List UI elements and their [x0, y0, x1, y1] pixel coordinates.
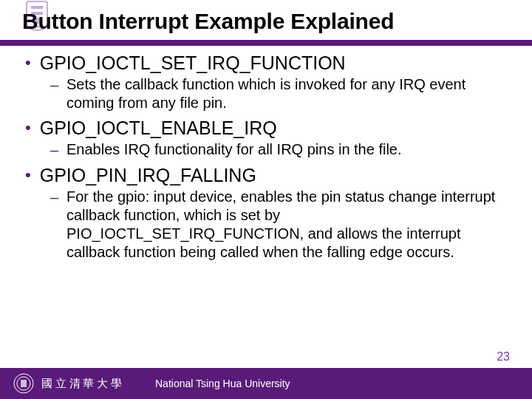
page-number: 23 [497, 350, 510, 364]
bullet-list: • GPIO_IOCTL_SET_IRQ_FUNCTION – Sets the… [25, 52, 507, 262]
bullet-label: GPIO_IOCTL_ENABLE_IRQ [40, 117, 277, 139]
svg-rect-3 [34, 18, 40, 24]
list-item: • GPIO_IOCTL_SET_IRQ_FUNCTION – Sets the… [25, 52, 507, 112]
slide-header: Button Interrupt Example Explained [0, 0, 532, 38]
dash-icon: – [50, 188, 59, 207]
bullet-icon: • [25, 164, 31, 186]
list-item: – For the gpio: input device, enables th… [50, 188, 507, 262]
svg-rect-6 [21, 380, 27, 387]
university-crest-icon [24, 0, 50, 34]
slide-body: • GPIO_IOCTL_SET_IRQ_FUNCTION – Sets the… [0, 46, 532, 399]
title-underline [0, 40, 532, 46]
bullet-icon: • [25, 52, 31, 74]
slide: Button Interrupt Example Explained • GPI… [0, 0, 532, 399]
sub-bullet-text: Enables IRQ functionality for all IRQ pi… [66, 140, 402, 159]
sub-bullet-text: For the gpio: input device, enables the … [66, 188, 507, 262]
university-seal-icon [13, 373, 34, 394]
university-calligraphy-icon: 國 立 清 華 大 學 [41, 375, 145, 392]
sub-bullet-text: Sets the callback function which is invo… [66, 75, 507, 112]
dash-icon: – [50, 75, 59, 95]
bullet-icon: • [25, 117, 31, 139]
list-item: – Enables IRQ functionality for all IRQ … [50, 140, 507, 160]
footer-university-name: National Tsing Hua University [155, 378, 290, 389]
bullet-label: GPIO_PIN_IRQ_FALLING [40, 164, 256, 186]
list-item: • GPIO_PIN_IRQ_FALLING – For the gpio: i… [25, 164, 507, 262]
slide-footer: 國 立 清 華 大 學 National Tsing Hua Universit… [0, 368, 532, 399]
dash-icon: – [50, 140, 59, 160]
list-item: • GPIO_IOCTL_ENABLE_IRQ – Enables IRQ fu… [25, 117, 507, 160]
svg-rect-1 [31, 6, 43, 9]
svg-text:國 立 清 華 大 學: 國 立 清 華 大 學 [41, 378, 122, 389]
svg-rect-2 [31, 12, 43, 15]
slide-title: Button Interrupt Example Explained [22, 9, 510, 34]
bullet-label: GPIO_IOCTL_SET_IRQ_FUNCTION [40, 52, 346, 74]
list-item: – Sets the callback function which is in… [50, 75, 507, 112]
